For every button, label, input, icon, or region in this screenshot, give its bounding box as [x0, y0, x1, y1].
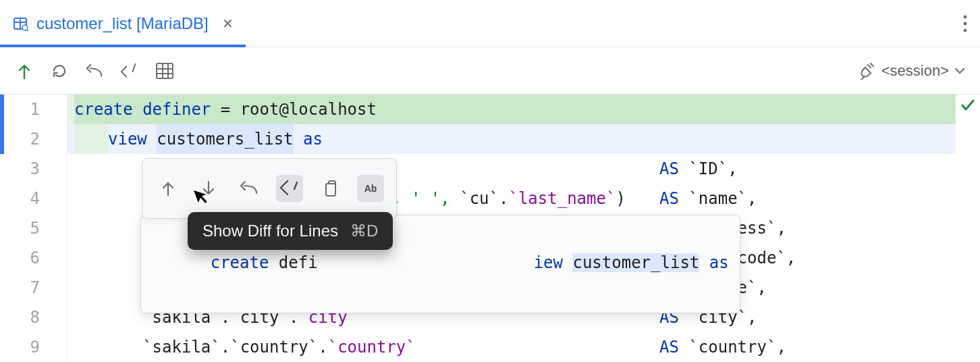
tab-bar: customer_list [MariaDB] ✕	[0, 0, 980, 47]
tab-customer-list[interactable]: customer_list [MariaDB] ✕	[0, 0, 246, 47]
undo-icon[interactable]	[85, 61, 104, 80]
prev-change-icon[interactable]	[155, 175, 182, 202]
submit-arrow-icon[interactable]	[15, 61, 34, 80]
diff-inline-toolbar: Ab	[142, 158, 397, 219]
svg-rect-13	[326, 184, 335, 196]
code-line: view customers_list as	[67, 124, 956, 154]
gutter: 1 2 3 4 5 6 7 8 9	[0, 95, 67, 362]
line-number: 2	[0, 124, 40, 154]
copy-icon[interactable]	[317, 175, 344, 202]
line-number: 8	[0, 303, 40, 332]
line-number: 1	[0, 95, 40, 124]
editor[interactable]: 1 2 3 4 5 6 7 8 9 create definer = root@…	[0, 95, 980, 362]
tooltip-text: Show Diff for Lines	[202, 222, 338, 240]
tooltip: Show Diff for Lines ⌘D	[188, 212, 393, 250]
tooltip-shortcut: ⌘D	[350, 222, 378, 240]
code-line: create definer = root@localhost	[67, 95, 956, 124]
refresh-icon[interactable]	[50, 61, 69, 80]
show-diff-icon[interactable]	[276, 175, 303, 202]
svg-point-6	[964, 22, 967, 25]
tab-underline	[0, 45, 246, 47]
table-icon	[12, 16, 28, 32]
session-label: <session>	[881, 62, 949, 80]
session-picker[interactable]: <session>	[859, 62, 965, 80]
highlight-words-icon[interactable]: Ab	[357, 175, 384, 202]
inspection-gutter	[956, 95, 980, 362]
line-number: 7	[0, 273, 40, 303]
code-line: `sakila`.`country`.`country` AS `country…	[67, 332, 956, 362]
svg-point-3	[22, 25, 28, 30]
svg-point-5	[964, 15, 967, 18]
grid-icon[interactable]	[155, 61, 174, 80]
chevron-down-icon	[954, 67, 965, 75]
rollback-icon[interactable]	[120, 61, 139, 80]
svg-line-4	[27, 30, 28, 31]
inspection-ok-icon[interactable]	[960, 97, 976, 113]
more-icon[interactable]	[962, 14, 968, 33]
rollback-change-icon[interactable]	[236, 175, 263, 202]
svg-rect-8	[157, 63, 173, 78]
line-number: 5	[0, 213, 40, 243]
tab-title: customer_list [MariaDB]	[36, 14, 209, 33]
line-number: 4	[0, 184, 40, 213]
svg-text:Ab: Ab	[364, 183, 377, 194]
line-number: 6	[0, 243, 40, 273]
line-number: 9	[0, 332, 40, 362]
line-number: 3	[0, 154, 40, 184]
svg-point-7	[964, 28, 967, 32]
editor-toolbar: <session>	[0, 47, 980, 95]
change-marker	[0, 95, 4, 154]
close-icon[interactable]: ✕	[222, 16, 234, 32]
plug-icon	[859, 62, 876, 80]
